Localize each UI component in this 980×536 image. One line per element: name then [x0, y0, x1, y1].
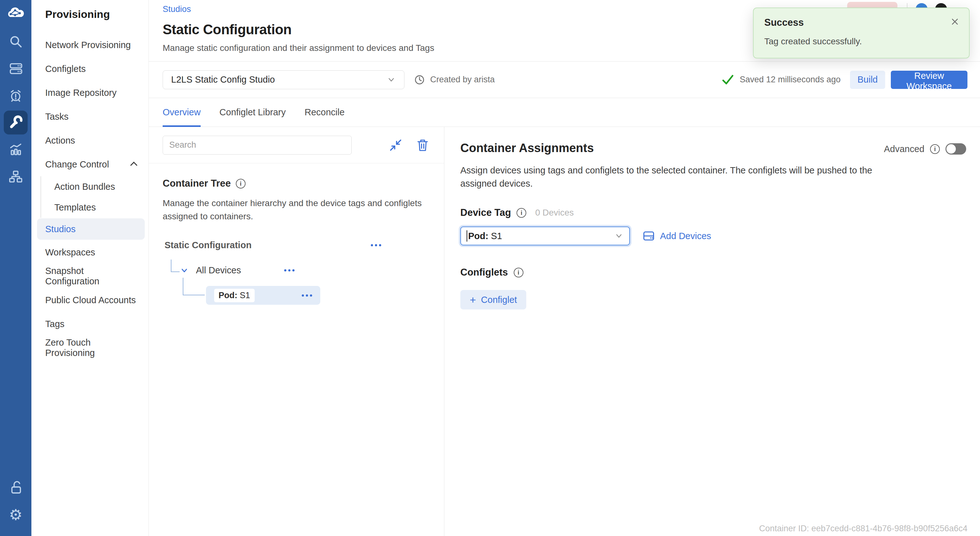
info-icon[interactable]: i [236, 179, 245, 188]
tab-configlet-library[interactable]: Configlet Library [220, 98, 286, 127]
device-count: 0 Devices [535, 208, 574, 218]
sidebar: Provisioning Network Provisioning Config… [32, 0, 149, 536]
studio-select[interactable]: L2LS Static Config Studio [163, 70, 404, 89]
tree-node-all-devices[interactable]: All Devices [180, 265, 294, 276]
advanced-control: Advanced i [884, 143, 966, 155]
cloudvision-logo-icon [6, 6, 26, 20]
sidebar-item-image-repository[interactable]: Image Repository [32, 81, 148, 105]
review-workspace-button[interactable]: Review Workspace [891, 71, 967, 89]
tab-bar: Overview Configlet Library Reconcile [149, 98, 980, 127]
sidebar-item-tags[interactable]: Tags [32, 312, 148, 336]
chevron-down-icon[interactable] [180, 266, 189, 275]
tag-chip: Pod: S1 [214, 289, 255, 302]
sidebar-item-workspaces[interactable]: Workspaces [32, 240, 148, 264]
more-options-icon[interactable] [284, 269, 294, 271]
container-tree-panel: Container Tree i Manage the container hi… [149, 127, 444, 536]
created-by: Created by arista [414, 74, 495, 85]
container-assignments-panel: Container Assignments Advanced i Assign … [444, 127, 980, 536]
main-content: Studios Static Configuration Manage stat… [149, 0, 980, 536]
sidebar-item-tasks[interactable]: Tasks [32, 105, 148, 129]
sidebar-item-studios[interactable]: Studios [37, 219, 145, 240]
tree-body: Container Tree i Manage the container hi… [149, 163, 444, 536]
tree-node-root[interactable]: Static Configuration [164, 240, 381, 250]
container-tree: Static Configuration All Devices Pod: S1 [163, 240, 430, 328]
advanced-label: Advanced [884, 144, 924, 154]
tree-connector [183, 278, 205, 295]
topology-icon[interactable] [4, 164, 28, 188]
settings-gear-icon[interactable]: ⚙ [4, 503, 28, 526]
info-icon[interactable]: i [514, 268, 523, 278]
content-area: Container Tree i Manage the container hi… [149, 127, 980, 536]
device-tag-input[interactable]: Pod: S1 [460, 227, 630, 246]
sidebar-item-change-control[interactable]: Change Control [32, 152, 148, 176]
chevron-up-icon [130, 162, 138, 169]
advanced-toggle[interactable] [945, 143, 966, 155]
app-window: ⚙ Provisioning Network Provisioning Conf… [0, 0, 980, 536]
tab-reconcile[interactable]: Reconcile [305, 98, 344, 127]
studio-bar: L2LS Static Config Studio Created by ari… [149, 62, 980, 98]
sidebar-title: Provisioning [32, 8, 148, 21]
sidebar-item-action-bundles[interactable]: Action Bundles [41, 176, 148, 197]
change-control-submenu: Action Bundles Templates [40, 176, 148, 218]
sidebar-item-actions[interactable]: Actions [32, 129, 148, 152]
info-icon[interactable]: i [517, 208, 526, 218]
sidebar-item-templates[interactable]: Templates [41, 197, 148, 218]
sidebar-item-public-cloud-accounts[interactable]: Public Cloud Accounts [32, 288, 148, 312]
chevron-down-icon[interactable] [614, 231, 624, 241]
toast-message: Tag created successfully. [764, 37, 958, 46]
add-devices-button[interactable]: Add Devices [643, 230, 711, 242]
tab-overview[interactable]: Overview [163, 98, 200, 127]
container-tree-description: Manage the container hierarchy and the d… [163, 197, 426, 223]
chevron-down-icon [387, 75, 396, 85]
clock-icon [414, 74, 425, 85]
toast-title: Success [764, 17, 958, 28]
plus-icon: + [470, 294, 476, 305]
tree-toolbar [149, 127, 444, 163]
search-icon[interactable] [4, 30, 28, 53]
tree-connector [171, 260, 180, 272]
container-id: Container ID: eeb7cedd-c881-4b76-98f8-b9… [759, 524, 967, 533]
search-input[interactable] [163, 136, 352, 155]
success-toast: Success Tag created successfully. [753, 8, 970, 59]
text-cursor [467, 230, 467, 242]
studio-select-value: L2LS Static Config Studio [171, 75, 275, 85]
tree-node-pod-s1[interactable]: Pod: S1 [206, 286, 320, 305]
info-icon[interactable]: i [930, 144, 940, 154]
sidebar-item-network-provisioning[interactable]: Network Provisioning [32, 33, 148, 57]
assignments-description: Assign devices using tags and configlets… [460, 164, 884, 190]
sidebar-item-snapshot-configuration[interactable]: Snapshot Configuration [32, 264, 148, 288]
configlets-label: Configlets [460, 267, 508, 278]
dashboards-icon[interactable] [4, 137, 28, 161]
add-configlet-button[interactable]: + Configlet [460, 290, 526, 309]
device-tag-label: Device Tag [460, 207, 511, 219]
device-add-icon [643, 230, 655, 242]
devices-icon[interactable] [4, 57, 28, 80]
lock-open-icon[interactable] [4, 476, 28, 499]
breadcrumb-studios[interactable]: Studios [163, 5, 191, 14]
sidebar-item-zero-touch-provisioning[interactable]: Zero Touch Provisioning [32, 336, 148, 360]
container-tree-title: Container Tree [163, 178, 231, 189]
provisioning-wrench-icon[interactable] [4, 111, 28, 134]
collapse-icon[interactable] [389, 138, 402, 152]
icon-rail: ⚙ [0, 0, 32, 536]
trash-icon[interactable] [416, 138, 430, 152]
events-icon[interactable] [4, 84, 28, 107]
more-options-icon[interactable] [371, 244, 381, 246]
build-button[interactable]: Build [850, 71, 885, 89]
close-icon[interactable] [950, 17, 959, 26]
check-icon [722, 75, 734, 85]
more-options-icon[interactable] [302, 294, 312, 297]
save-status: Saved 12 milliseconds ago [722, 75, 841, 85]
sidebar-item-configlets[interactable]: Configlets [32, 57, 148, 81]
